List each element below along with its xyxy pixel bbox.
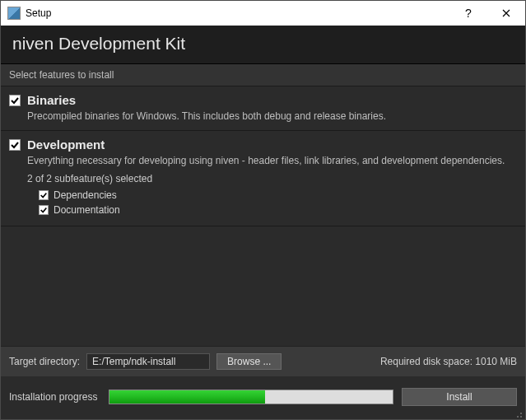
subfeature-documentation: Documentation bbox=[39, 203, 517, 217]
features-area: Binaries Precompiled binaries for Window… bbox=[1, 86, 525, 346]
checkbox-dependencies[interactable] bbox=[39, 190, 49, 200]
progress-fill bbox=[109, 390, 265, 404]
install-button[interactable]: Install bbox=[402, 388, 517, 406]
check-icon bbox=[40, 205, 48, 215]
feature-title: Binaries bbox=[27, 93, 76, 107]
help-button[interactable]: ? bbox=[449, 1, 487, 26]
progress-row: Installation progress Install bbox=[1, 376, 525, 419]
feature-desc: Everything necessary for developing usin… bbox=[27, 155, 517, 166]
checkbox-development[interactable] bbox=[9, 139, 21, 151]
svg-rect-2 bbox=[520, 413, 522, 414]
app-icon bbox=[7, 7, 21, 20]
target-row: Target directory: Browse ... Required di… bbox=[1, 346, 525, 376]
titlebar: Setup ? bbox=[1, 1, 525, 26]
close-icon bbox=[502, 9, 510, 17]
subfeature-label: Documentation bbox=[54, 203, 120, 217]
page-title: niven Development Kit bbox=[12, 34, 514, 54]
subfeature-count: 2 of 2 subfeature(s) selected bbox=[27, 173, 517, 184]
subfeature-dependencies: Dependencies bbox=[39, 188, 517, 203]
target-label: Target directory: bbox=[9, 356, 80, 367]
feature-title: Development bbox=[27, 138, 105, 152]
progress-label: Installation progress bbox=[9, 391, 97, 403]
progress-bar bbox=[109, 390, 393, 404]
svg-rect-0 bbox=[520, 416, 522, 418]
feature-development: Development Everything necessary for dev… bbox=[1, 131, 525, 226]
feature-binaries: Binaries Precompiled binaries for Window… bbox=[1, 86, 525, 131]
target-directory-input[interactable] bbox=[86, 353, 210, 370]
browse-button[interactable]: Browse ... bbox=[216, 353, 282, 370]
feature-desc: Precompiled binaries for Windows. This i… bbox=[27, 110, 517, 122]
subfeature-list: Dependencies Documentation bbox=[39, 188, 517, 217]
window-title: Setup bbox=[26, 7, 51, 19]
subfeature-label: Dependencies bbox=[54, 188, 117, 203]
resize-grip-icon[interactable] bbox=[514, 408, 524, 418]
check-icon bbox=[10, 140, 20, 150]
disk-space-label: Required disk space: 1010 MiB bbox=[380, 356, 517, 367]
check-icon bbox=[40, 190, 48, 200]
header: niven Development Kit bbox=[1, 26, 525, 64]
svg-rect-1 bbox=[517, 416, 519, 418]
subtitle: Select features to install bbox=[1, 64, 525, 86]
checkbox-documentation[interactable] bbox=[39, 205, 49, 215]
setup-window: Setup ? niven Development Kit Select fea… bbox=[0, 0, 526, 420]
checkbox-binaries[interactable] bbox=[9, 95, 21, 106]
check-icon bbox=[10, 96, 20, 105]
close-button[interactable] bbox=[487, 1, 525, 26]
